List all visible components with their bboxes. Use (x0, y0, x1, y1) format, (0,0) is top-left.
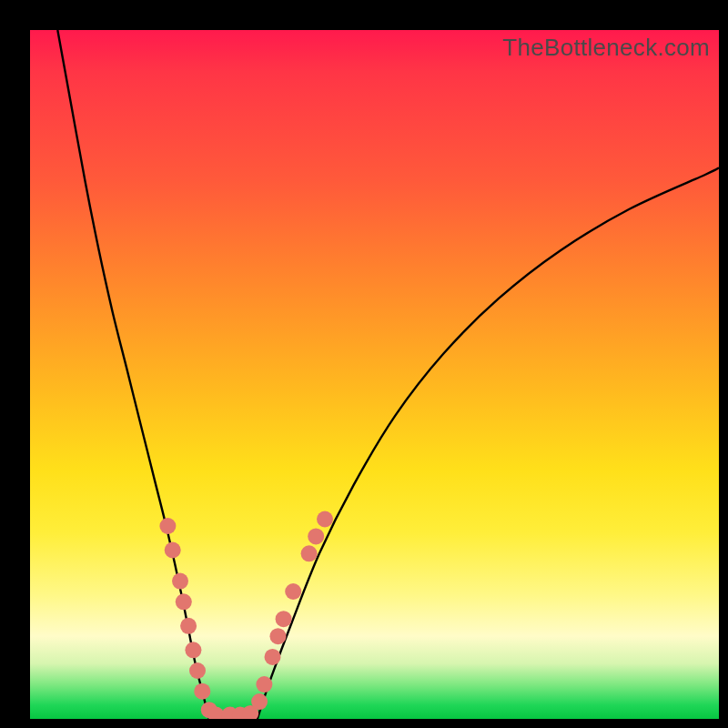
scatter-dot (308, 528, 324, 544)
scatter-dot (189, 662, 206, 679)
scatter-dot (172, 573, 188, 590)
curve-group (57, 30, 719, 719)
scatter-dot (270, 628, 287, 644)
scatter-dot (251, 693, 268, 710)
scatter-dot (276, 611, 292, 627)
scatter-dot (285, 583, 301, 600)
scatter-dot (159, 518, 176, 534)
scatter-dot (301, 545, 318, 561)
curve-left (57, 30, 209, 719)
scatter-dot (194, 683, 210, 700)
chart-svg (30, 30, 719, 719)
scatter-dot (180, 618, 197, 634)
curve-right (258, 167, 719, 719)
scatter-dot (165, 542, 181, 559)
scatter-dot (256, 676, 272, 693)
plot-area: TheBottleneck.com (30, 30, 719, 719)
scatter-dot (317, 511, 333, 528)
scatter-dot (185, 642, 201, 658)
chart-frame: TheBottleneck.com (0, 0, 728, 728)
scatter-dot (176, 593, 192, 610)
scatter-dot (265, 649, 281, 665)
